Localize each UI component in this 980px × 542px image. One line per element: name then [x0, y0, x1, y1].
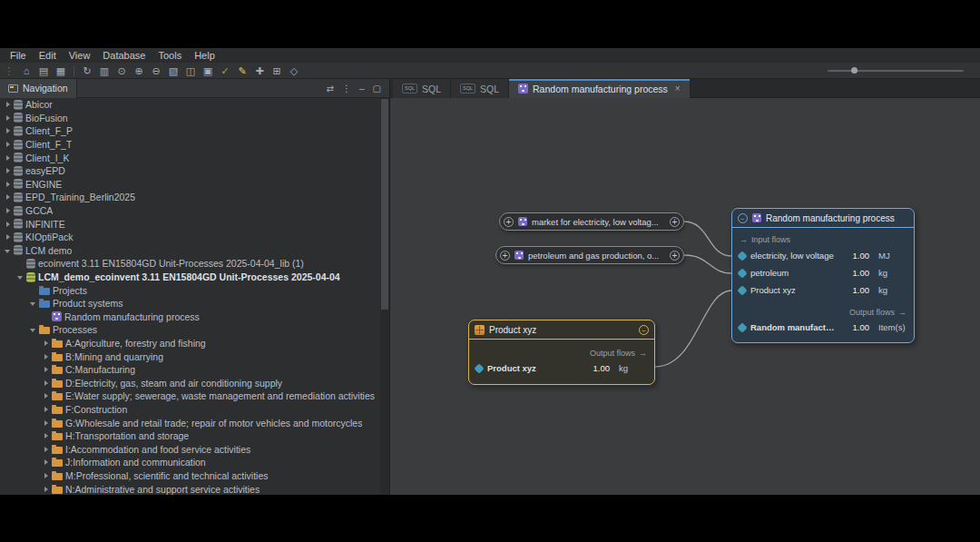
tree-item[interactable]: ecoinvent 3.11 EN15804GD Unit-Processes …	[0, 257, 380, 271]
menu-tools[interactable]: Tools	[152, 48, 188, 63]
tree-chevron-icon[interactable]	[15, 271, 26, 283]
link-icon[interactable]: ◇	[288, 64, 300, 78]
tree-item[interactable]: Client_F_T	[0, 138, 380, 152]
database-icon[interactable]: ▥	[98, 64, 111, 78]
chart-icon[interactable]: ▧	[167, 64, 180, 78]
tree-chevron-icon[interactable]	[41, 310, 52, 323]
search-icon[interactable]: ⊙	[115, 64, 128, 78]
menu-file[interactable]: File	[4, 48, 33, 63]
tree-chevron-icon[interactable]	[41, 363, 52, 376]
separator[interactable]	[74, 65, 74, 76]
tree-chevron-icon[interactable]	[28, 323, 39, 336]
tree-item[interactable]: N:Administrative and support service act…	[0, 482, 380, 495]
tree-item[interactable]: C:Manufacturing	[0, 363, 380, 377]
validate-icon[interactable]: ✓	[219, 64, 231, 78]
save-all-icon[interactable]: ▦	[54, 64, 67, 78]
edit-icon[interactable]: ✎	[236, 64, 249, 78]
menu-view[interactable]: View	[63, 48, 97, 63]
node-header[interactable]: Random manufacturing process	[732, 209, 914, 228]
tree-chevron-icon[interactable]	[41, 417, 52, 429]
node-petroleum-and-gas-production[interactable]: petroleum and gas production, o...	[495, 246, 684, 264]
node-header[interactable]: Product xyz	[469, 320, 654, 340]
graph-canvas[interactable]: market for electricity, low voltag... pe…	[390, 98, 980, 495]
fit-icon[interactable]: ⊞	[270, 64, 283, 78]
tree-item[interactable]: Projects	[0, 283, 380, 297]
tree-item[interactable]: J:Information and communication	[0, 456, 380, 469]
tree-chevron-icon[interactable]	[3, 152, 14, 164]
tree-chevron-icon[interactable]	[3, 138, 14, 151]
tree-item[interactable]: Client_I_K	[0, 151, 380, 164]
tree-chevron-icon[interactable]	[41, 403, 52, 416]
tree-item[interactable]: BioFusion	[0, 112, 380, 125]
tree-chevron-icon[interactable]	[28, 284, 39, 297]
slider-knob[interactable]	[851, 67, 858, 74]
tree-item[interactable]: Random manufacturing process	[0, 310, 380, 324]
tree-chevron-icon[interactable]	[41, 443, 52, 456]
tree-item[interactable]: EPD_Training_Berlin2025	[0, 191, 380, 204]
link-with-editor-icon[interactable]: ⇄	[327, 79, 334, 98]
tree-chevron-icon[interactable]	[3, 98, 14, 111]
tree-item[interactable]: INFINITE	[0, 217, 380, 231]
tree-item[interactable]: LCM demo	[0, 244, 380, 258]
model-graph-icon[interactable]: ▣	[201, 64, 214, 78]
tab-sql-1[interactable]: SQL	[393, 79, 451, 98]
home-icon[interactable]: ⌂	[20, 64, 33, 78]
tree-item[interactable]: D:Electricity, gas, steam and air condit…	[0, 376, 380, 389]
tree-item[interactable]: M:Professional, scientific and technical…	[0, 469, 380, 483]
tree-chevron-icon[interactable]	[3, 178, 14, 191]
tree-chevron-icon[interactable]	[3, 231, 14, 243]
tab-random-manufacturing-process[interactable]: Random manufacturing process	[509, 79, 691, 98]
tree-chevron-icon[interactable]	[3, 244, 14, 257]
node-random-manufacturing-process[interactable]: Random manufacturing process Input flows…	[731, 208, 915, 343]
output-flow-row[interactable]: Random manufactured... 1.00 Item(s)	[732, 319, 914, 336]
tree-chevron-icon[interactable]	[41, 483, 52, 495]
tree-chevron-icon[interactable]	[41, 337, 52, 350]
tab-sql-2[interactable]: SQL	[451, 79, 509, 98]
tree-item[interactable]: A:Agriculture, forestry and fishing	[0, 337, 380, 350]
collapse-node-icon[interactable]	[639, 325, 649, 335]
save-icon[interactable]: ▤	[37, 64, 50, 78]
tree-item[interactable]: Processes	[0, 323, 380, 337]
tree-item[interactable]: Client_F_P	[0, 124, 380, 138]
expand-providers-icon[interactable]	[500, 251, 510, 261]
tree-item[interactable]: G:Wholesale and retail trade; repair of …	[0, 416, 380, 429]
tree-item[interactable]: F:Construction	[0, 403, 380, 417]
tree-chevron-icon[interactable]	[3, 124, 14, 137]
tab-navigation[interactable]: Navigation	[0, 79, 77, 98]
tree-chevron-icon[interactable]	[3, 112, 14, 124]
tree-chevron-icon[interactable]	[3, 164, 14, 177]
zoom-in-icon[interactable]: ⊕	[132, 64, 145, 78]
input-flow-row[interactable]: Product xyz 1.00 kg	[732, 281, 914, 299]
expand-recipients-icon[interactable]	[670, 251, 680, 261]
tree-item[interactable]: ENGINE	[0, 178, 380, 192]
expand-providers-icon[interactable]	[504, 217, 514, 227]
add-icon[interactable]: ✚	[253, 64, 266, 78]
tree-item[interactable]: I:Accommodation and food service activit…	[0, 442, 380, 456]
input-flow-row[interactable]: electricity, low voltage 1.00 MJ	[732, 247, 914, 264]
menu-database[interactable]: Database	[96, 48, 152, 63]
tree-chevron-icon[interactable]	[3, 191, 14, 203]
tree-chevron-icon[interactable]	[41, 456, 52, 468]
view-menu-icon[interactable]: ⋮	[342, 79, 351, 98]
output-flow-row[interactable]: Product xyz 1.00 kg	[469, 360, 654, 377]
tree-item[interactable]: B:Mining and quarrying	[0, 350, 380, 363]
drag-handle-icon[interactable]: ⋮	[3, 64, 15, 78]
tree-chevron-icon[interactable]	[28, 297, 39, 310]
tree-item[interactable]: E:Water supply; sewerage, waste manageme…	[0, 389, 380, 403]
node-market-for-electricity[interactable]: market for electricity, low voltag...	[499, 212, 684, 231]
tree-item[interactable]: KIOptiPack	[0, 231, 380, 244]
minimize-icon[interactable]: –	[359, 79, 365, 98]
tree-item[interactable]: Product systems	[0, 297, 380, 310]
node-product-xyz[interactable]: Product xyz Output flows Product xyz	[468, 320, 655, 385]
tree-item[interactable]: GCCA	[0, 204, 380, 218]
navigation-scrollbar[interactable]	[380, 98, 389, 495]
tree-item[interactable]: H:Transportation and storage	[0, 429, 380, 443]
menu-help[interactable]: Help	[188, 48, 221, 63]
tab-close-icon[interactable]	[675, 84, 681, 94]
tree-chevron-icon[interactable]	[41, 429, 52, 442]
zoom-out-icon[interactable]: ⊖	[150, 64, 162, 78]
toolbar-slider[interactable]	[828, 70, 964, 72]
collapse-node-icon[interactable]	[738, 213, 748, 223]
tree-item[interactable]: easyEPD	[0, 164, 380, 178]
tree-chevron-icon[interactable]	[41, 350, 52, 363]
